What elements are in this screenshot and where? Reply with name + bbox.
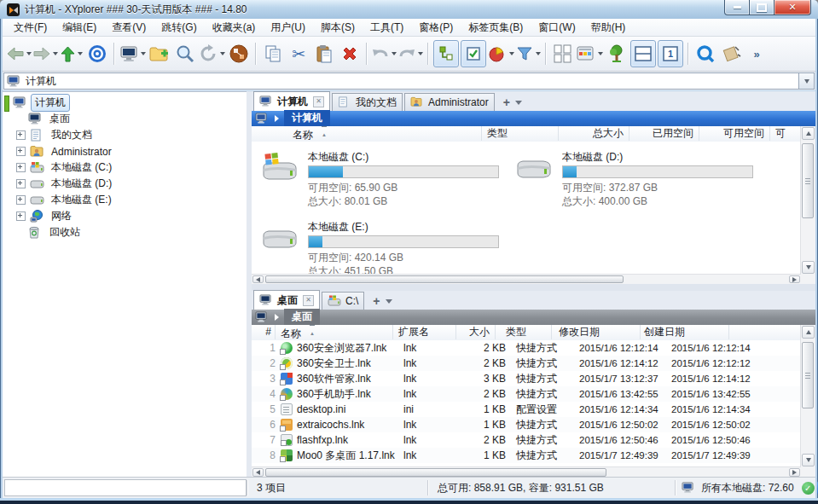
single-pane-icon[interactable]: 1 [658, 40, 683, 67]
table-row[interactable]: 8 Moo0 多桌面 1.17.lnk lnk 1 KB 快捷方式 2015/1… [252, 448, 801, 463]
refresh-icon[interactable] [199, 41, 225, 67]
menu-file[interactable]: 文件(F) [6, 19, 55, 37]
up-icon[interactable] [60, 41, 84, 67]
cut-icon[interactable]: ✂ [287, 41, 310, 67]
back-icon[interactable] [7, 41, 32, 67]
expand-icon[interactable] [16, 130, 26, 140]
undo-icon[interactable] [372, 41, 397, 67]
menu-edit[interactable]: 编辑(E) [55, 19, 104, 37]
expand-icon[interactable] [16, 211, 26, 221]
address-dropdown-icon[interactable] [799, 72, 815, 90]
forward-icon[interactable] [33, 41, 58, 67]
tab-administrator[interactable]: Administrator [404, 93, 495, 111]
new-tab-button[interactable]: + [496, 96, 515, 111]
scrollbar-thumb[interactable] [802, 342, 814, 408]
go-to-icon[interactable] [85, 41, 109, 67]
expand-icon[interactable] [16, 179, 26, 188]
close-button[interactable]: ✕ [774, 0, 811, 15]
new-folder-icon[interactable] [148, 41, 171, 67]
breadcrumb-segment[interactable]: 桌面 [284, 309, 320, 326]
tree-item-administrator[interactable]: Administrator [3, 143, 247, 159]
top-vertical-scrollbar[interactable] [800, 126, 815, 275]
bottom-vertical-scrollbar[interactable] [800, 325, 815, 467]
tab-list-dropdown-icon[interactable] [386, 299, 392, 304]
top-horizontal-scrollbar[interactable] [252, 274, 801, 284]
toolbar-overflow-icon[interactable]: » [745, 41, 769, 67]
expand-icon[interactable] [16, 147, 26, 156]
tree-item-network[interactable]: 网络 [3, 208, 247, 224]
menu-panes[interactable]: 窗格(P) [411, 19, 461, 37]
table-row[interactable]: 3 360软件管家.lnk lnk 3 KB 快捷方式 2015/1/7 13:… [252, 371, 801, 386]
menu-help[interactable]: 帮助(H) [583, 19, 634, 37]
minimize-button[interactable] [724, 0, 750, 15]
computer-icon[interactable] [119, 41, 146, 67]
table-row[interactable]: 4 360手机助手.lnk lnk 2 KB 快捷方式 2015/1/6 13:… [252, 386, 801, 402]
column-header-created[interactable]: 创建日期 [641, 325, 729, 339]
copy-icon[interactable] [261, 41, 285, 67]
menu-go[interactable]: 跳转(G) [154, 19, 204, 37]
scroll-right-icon[interactable] [789, 275, 800, 283]
title-bar[interactable]: 计算机 - XYplorer ### 30-天试用版本 ### - 14.80 … [0, 0, 818, 19]
scrollbar-thumb[interactable] [265, 275, 624, 283]
tree-item-recycle-bin[interactable]: 回收站 [3, 224, 247, 240]
tab-close-icon[interactable]: ✕ [303, 295, 314, 306]
table-row[interactable]: 7 flashfxp.lnk lnk 2 KB 快捷方式 2015/1/6 12… [252, 432, 801, 448]
expand-icon[interactable] [16, 195, 26, 205]
scroll-down-icon[interactable] [802, 261, 815, 274]
search-icon[interactable] [693, 41, 717, 67]
maximize-button[interactable] [750, 0, 774, 15]
horizontal-split-icon[interactable] [630, 40, 656, 67]
pie-stats-icon[interactable] [488, 41, 514, 67]
menu-scripting[interactable]: 脚本(S) [313, 19, 363, 37]
menu-user[interactable]: 用户(U) [263, 19, 313, 37]
redo-icon[interactable] [398, 41, 423, 67]
tree-item-desktop[interactable]: 桌面 [3, 111, 247, 127]
column-header-free-space[interactable]: 可用空间 [699, 126, 770, 141]
breadcrumb-segment[interactable]: 计算机 [284, 110, 330, 127]
column-header-type[interactable]: 类型 [496, 325, 552, 339]
tab-drive-c[interactable]: C:\ [322, 292, 364, 310]
menu-view[interactable]: 查看(V) [104, 19, 154, 37]
column-header-type[interactable]: 类型 [482, 126, 559, 141]
table-row[interactable]: 1 360安全浏览器7.lnk lnk 2 KB 快捷方式 2015/1/6 1… [252, 340, 801, 356]
column-header-used-space[interactable]: 已用空间 [629, 126, 699, 141]
drive-item-e[interactable]: 本地磁盘 (E:) 可用空间: 420.14 GB 总大小: 451.50 GB [258, 220, 506, 275]
drive-item-c[interactable]: 本地磁盘 (C:) 可用空间: 65.90 GB 总大小: 80.01 GB [258, 150, 506, 208]
column-header-name[interactable]: 名称▲ [276, 325, 393, 339]
scroll-up-icon[interactable] [802, 127, 815, 140]
hop-icon[interactable] [227, 41, 251, 67]
tab-close-icon[interactable]: ✕ [313, 96, 324, 107]
scroll-left-icon[interactable] [252, 275, 264, 283]
scroll-right-icon[interactable] [789, 468, 800, 477]
column-header-size[interactable]: 大小 [456, 325, 496, 339]
tab-documents[interactable]: 我的文档 [332, 93, 403, 111]
column-header-number[interactable]: # [252, 325, 276, 339]
zoom-icon[interactable] [173, 41, 197, 67]
scrollbar-thumb[interactable] [802, 143, 814, 218]
column-header-total-size[interactable]: 总大小 [559, 126, 629, 141]
menu-window[interactable]: 窗口(W) [531, 19, 583, 37]
scroll-down-icon[interactable] [802, 454, 815, 466]
tree-item-drive-c[interactable]: 本地磁盘 (C:) [3, 159, 247, 176]
menu-tools[interactable]: 工具(T) [363, 19, 411, 37]
scroll-left-icon[interactable] [252, 468, 264, 477]
drive-item-d[interactable]: 本地磁盘 (D:) 可用空间: 372.87 GB 总大小: 400.00 GB [513, 150, 760, 208]
expand-icon[interactable] [16, 163, 26, 172]
tab-list-dropdown-icon[interactable] [515, 101, 522, 105]
tree-toggle-icon[interactable] [433, 40, 459, 67]
checkbox-mode-icon[interactable] [461, 40, 486, 67]
scroll-up-icon[interactable] [802, 326, 815, 339]
dual-pane-icon[interactable] [551, 41, 575, 67]
tree-item-drive-e[interactable]: 本地磁盘 (E:) [3, 192, 247, 208]
tree-item-computer[interactable]: 计算机 [3, 95, 247, 111]
customize-icon[interactable] [577, 41, 603, 67]
paste-icon[interactable] [312, 41, 336, 67]
delete-icon[interactable] [338, 41, 362, 67]
table-row[interactable]: 5 desktop.ini ini 1 KB 配置设置 2015/1/6 12:… [252, 402, 801, 417]
new-tab-button[interactable]: + [366, 294, 385, 310]
table-row[interactable]: 2 360安全卫士.lnk lnk 2 KB 快捷方式 2015/1/6 12:… [252, 356, 801, 371]
menu-tabsets[interactable]: 标签页集(B) [461, 19, 531, 37]
column-header-name[interactable]: 名称▲ [252, 126, 482, 141]
tab-desktop[interactable]: 桌面 ✕ [253, 290, 320, 310]
address-input[interactable]: 计算机 [3, 72, 799, 90]
